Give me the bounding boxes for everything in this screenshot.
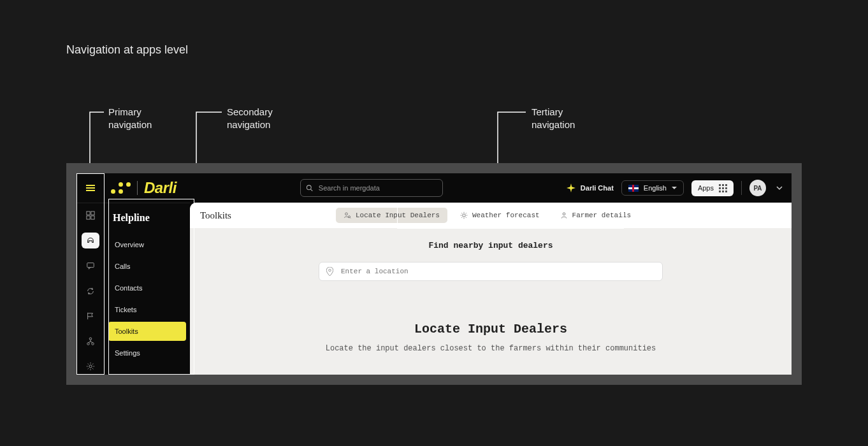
- nav-dashboard[interactable]: [82, 207, 99, 224]
- sun-icon: [460, 212, 468, 219]
- tertiary-nav: Locate Input Dealers Weather forecast Fa…: [333, 205, 641, 226]
- sidebar-item-contacts[interactable]: Contacts: [108, 278, 186, 298]
- primary-nav-rail: [76, 203, 105, 375]
- svg-rect-3: [90, 212, 94, 215]
- dashboard-icon: [86, 211, 95, 220]
- nav-settings[interactable]: [82, 358, 99, 375]
- sparkle-icon: [567, 183, 575, 192]
- svg-rect-2: [86, 212, 89, 215]
- sidebar-item-tickets[interactable]: Tickets: [108, 300, 186, 319]
- topbar: Darli Darli Chat English: [76, 173, 792, 203]
- org-icon: [86, 337, 95, 346]
- chat-icon: [86, 261, 95, 270]
- sync-icon: [86, 287, 95, 296]
- logo-divider: [137, 181, 138, 195]
- tab-label: Locate Input Dealers: [356, 212, 440, 219]
- svg-rect-5: [90, 216, 94, 219]
- nav-flag[interactable]: [82, 308, 99, 324]
- settings-gear-icon: [86, 362, 95, 371]
- svg-point-14: [463, 214, 466, 217]
- sidebar-item-settings[interactable]: Settings: [108, 343, 186, 363]
- chevron-down-icon[interactable]: [776, 185, 783, 191]
- content-heading: Locate Input Dealers: [414, 322, 567, 336]
- person-search-icon: [344, 212, 351, 219]
- sidebar-item-overview[interactable]: Overview: [108, 235, 186, 254]
- main-title: Toolkits: [200, 210, 231, 221]
- tab-locate-dealers[interactable]: Locate Input Dealers: [336, 208, 447, 223]
- logo-text: Darli: [144, 179, 177, 197]
- hamburger-icon[interactable]: [86, 185, 95, 191]
- darli-chat-label: Darli Chat: [581, 184, 614, 192]
- avatar[interactable]: PA: [749, 180, 766, 196]
- main-header: Toolkits Locate Input Dealers Weather fo…: [190, 203, 792, 228]
- tab-weather[interactable]: Weather forecast: [452, 208, 547, 223]
- tab-label: Weather forecast: [472, 212, 540, 219]
- svg-point-9: [91, 342, 94, 345]
- logo[interactable]: Darli: [105, 179, 177, 197]
- nav-helpline[interactable]: [82, 233, 99, 249]
- headset-icon: [86, 236, 95, 245]
- sidebar-item-toolkits[interactable]: Toolkits: [108, 322, 186, 341]
- page-title: Navigation at apps level: [66, 43, 188, 57]
- annotation-tertiary: Tertiarynavigation: [532, 106, 575, 132]
- main-content: Toolkits Locate Input Dealers Weather fo…: [190, 203, 792, 375]
- language-selector[interactable]: English: [621, 180, 684, 196]
- darli-chat-button[interactable]: Darli Chat: [567, 183, 614, 192]
- svg-point-11: [345, 213, 348, 215]
- sidebar-title: Helpline: [108, 212, 186, 224]
- logo-mark-icon: [111, 182, 131, 194]
- svg-point-12: [348, 216, 350, 218]
- search-input[interactable]: [300, 179, 443, 197]
- location-input[interactable]: [319, 262, 663, 281]
- chevron-down-icon: [672, 187, 677, 189]
- flag-icon: [86, 312, 95, 320]
- app-window: Darli Darli Chat English: [76, 173, 792, 375]
- annotation-secondary: Secondarynavigation: [227, 106, 273, 132]
- svg-point-15: [563, 213, 565, 215]
- svg-line-13: [350, 217, 351, 218]
- app-frame: Darli Darli Chat English: [66, 163, 802, 385]
- person-icon: [560, 212, 568, 219]
- svg-point-7: [89, 338, 92, 340]
- svg-point-8: [87, 342, 89, 345]
- nav-org[interactable]: [82, 333, 99, 350]
- divider: [741, 181, 742, 195]
- apps-label: Apps: [698, 184, 714, 192]
- svg-point-0: [307, 185, 311, 190]
- tab-label: Farmer details: [572, 212, 631, 219]
- tab-farmer-details[interactable]: Farmer details: [553, 208, 639, 223]
- language-label: English: [644, 184, 667, 192]
- nav-chat[interactable]: [82, 257, 99, 274]
- location-pin-icon: [326, 267, 333, 276]
- annotation-primary: Primarynavigation: [108, 106, 152, 132]
- nav-sync[interactable]: [82, 283, 99, 299]
- secondary-nav-sidebar: Helpline Overview Calls Contacts Tickets…: [105, 203, 190, 375]
- find-dealers-heading: Find nearby input dealers: [428, 241, 553, 250]
- svg-point-16: [329, 270, 331, 272]
- svg-rect-6: [87, 263, 94, 268]
- svg-line-1: [310, 189, 312, 191]
- content-description: Locate the input dealers closest to the …: [326, 344, 656, 353]
- search-icon: [306, 185, 313, 192]
- svg-rect-4: [86, 216, 89, 219]
- apps-button[interactable]: Apps: [691, 180, 734, 196]
- sidebar-item-calls[interactable]: Calls: [108, 257, 186, 276]
- flag-uk-icon: [628, 185, 639, 192]
- global-search: [300, 179, 443, 197]
- svg-point-10: [89, 365, 91, 368]
- apps-grid-icon: [719, 184, 727, 192]
